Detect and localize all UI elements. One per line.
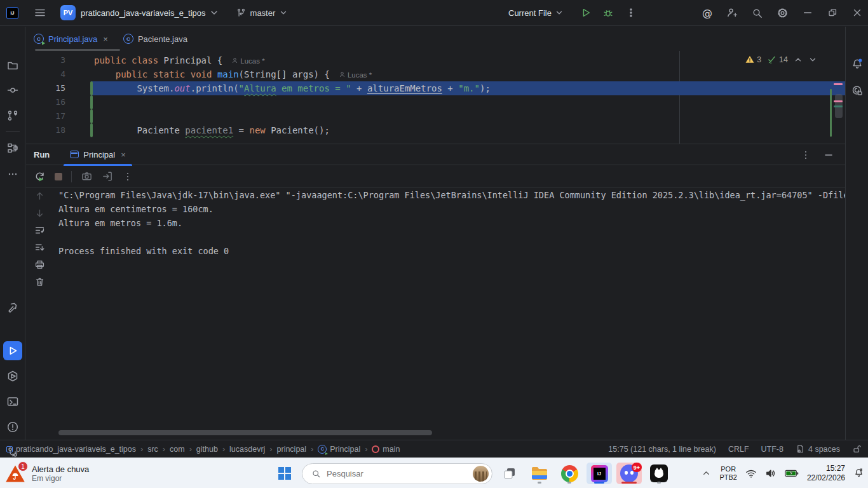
structure-toolwindow-button[interactable]	[3, 139, 22, 158]
search-highlight-image[interactable]	[473, 466, 489, 482]
breadcrumb-item-praticando_java-variaveis_e_tipos[interactable]: praticando_java-variaveis_e_tipos	[6, 445, 136, 454]
debug-button[interactable]	[602, 7, 614, 18]
run-header-more-button[interactable]	[801, 150, 811, 160]
add-user-button[interactable]	[726, 7, 738, 19]
next-issue-button[interactable]	[808, 55, 817, 64]
code-line-3[interactable]: 3public class Principal {Lucas *	[26, 53, 845, 67]
import-results-button[interactable]	[102, 170, 114, 182]
volume-icon[interactable]	[765, 468, 776, 478]
search-input[interactable]	[327, 469, 467, 478]
code-line-15[interactable]: 15 System.out.println("Altura em metros …	[26, 81, 845, 95]
language-switcher[interactable]: POR PTB2	[719, 465, 737, 482]
thread-dump-camera-button[interactable]	[81, 170, 93, 182]
breadcrumb-item-com[interactable]: com	[170, 445, 185, 454]
soft-wrap-button[interactable]	[34, 225, 45, 236]
code-line-17[interactable]: 17	[26, 109, 845, 123]
line-number[interactable]: 4	[26, 67, 65, 81]
pull-requests-toolwindow-button[interactable]	[3, 106, 22, 125]
run-toolbar-more-button[interactable]	[123, 172, 133, 182]
chevron-down-icon[interactable]	[209, 8, 219, 18]
caret-position-widget[interactable]: 15:75 (121 chars, 1 line break)	[608, 445, 716, 454]
code-line-4[interactable]: 4 public static void main(String[] args)…	[26, 67, 845, 81]
code-line-16[interactable]: 16	[26, 95, 845, 109]
ai-assistant-icon[interactable]: @	[702, 7, 712, 19]
services-toolwindow-button[interactable]	[3, 367, 22, 386]
unlock-icon[interactable]	[852, 444, 862, 454]
wifi-icon[interactable]	[745, 468, 757, 478]
github-desktop-button[interactable]	[646, 463, 672, 484]
line-number[interactable]: 15	[26, 81, 65, 95]
start-button[interactable]	[272, 463, 297, 484]
hide-toolwindow-button[interactable]	[824, 150, 834, 160]
chevron-down-icon[interactable]	[555, 8, 564, 17]
breadcrumb-item-src[interactable]: src	[147, 445, 158, 454]
stripe-info-mark[interactable]	[834, 105, 843, 107]
code-editor[interactable]: 3public class Principal {Lucas *4 public…	[26, 51, 845, 144]
chrome-button[interactable]	[557, 463, 582, 484]
ai-assistant-toolwindow-button[interactable]	[848, 81, 867, 100]
project-avatar[interactable]: PV	[60, 5, 76, 20]
stripe-warning-mark[interactable]	[834, 83, 843, 85]
battery-icon[interactable]	[785, 469, 799, 478]
warnings-count-widget[interactable]: 3	[745, 55, 761, 64]
more-toolwindows-button[interactable]	[3, 165, 22, 184]
intellij-taskbar-button[interactable]: IJ	[587, 463, 612, 484]
breadcrumb-item-Principal[interactable]: CPrincipal	[318, 445, 360, 454]
notifications-button[interactable]	[848, 55, 867, 74]
close-icon[interactable]: ×	[103, 34, 108, 44]
main-menu-button[interactable]	[31, 4, 49, 22]
file-explorer-button[interactable]	[527, 463, 552, 484]
clear-console-button[interactable]	[34, 276, 45, 287]
weather-widget[interactable]: 1 Alerta de chuva Em vigor	[5, 461, 132, 485]
indent-widget[interactable]: 4 spaces	[796, 444, 840, 454]
breadcrumb-item-principal[interactable]: principal	[277, 445, 307, 454]
taskbar-search[interactable]	[302, 463, 492, 484]
tab-principal-java[interactable]: C Principal.java ×	[26, 27, 116, 51]
prev-issue-button[interactable]	[794, 55, 803, 64]
code-author-hint[interactable]: Lucas *	[339, 71, 372, 79]
run-tab-principal[interactable]: Principal ×	[64, 144, 132, 165]
discord-button[interactable]: 9+	[616, 463, 642, 484]
console-horizontal-scrollbar[interactable]	[58, 430, 432, 435]
line-number[interactable]: 17	[26, 109, 65, 123]
code-line-18[interactable]: 18 Paciente paciente1 = new Paciente();	[26, 123, 845, 137]
search-button[interactable]	[751, 7, 763, 19]
prev-occurrence-button[interactable]	[34, 191, 45, 201]
change-marker[interactable]	[830, 89, 832, 137]
clock-widget[interactable]: 15:27 22/02/2026	[807, 464, 845, 483]
print-button[interactable]	[34, 259, 45, 270]
commit-toolwindow-button[interactable]	[3, 81, 22, 100]
project-name[interactable]: praticando_java-variaveis_e_tipos	[81, 8, 206, 18]
next-occurrence-button[interactable]	[34, 208, 45, 219]
stop-button[interactable]	[55, 173, 62, 180]
restore-button[interactable]	[827, 7, 838, 18]
tray-chevron-icon[interactable]	[702, 468, 711, 478]
inspections-widget[interactable]: 3 14	[745, 55, 817, 64]
minimize-button[interactable]	[802, 7, 813, 18]
run-button[interactable]	[580, 7, 592, 18]
breadcrumb-item-lucasdevrj[interactable]: lucasdevrj	[229, 445, 265, 454]
tab-paciente-java[interactable]: C Paciente.java	[116, 27, 195, 51]
line-separator-widget[interactable]: CRLF	[728, 445, 749, 454]
settings-button[interactable]	[776, 7, 789, 19]
close-icon[interactable]: ×	[121, 150, 126, 159]
encoding-widget[interactable]: UTF-8	[761, 445, 783, 454]
rerun-button[interactable]	[34, 170, 46, 182]
run-toolwindow-title[interactable]: Run	[34, 150, 50, 159]
scroll-to-end-button[interactable]	[34, 242, 45, 253]
focus-bell-icon[interactable]	[853, 468, 864, 478]
close-button[interactable]	[851, 7, 863, 18]
line-number[interactable]: 16	[26, 95, 65, 109]
line-number[interactable]: 3	[26, 53, 65, 67]
build-toolwindow-button[interactable]	[3, 299, 22, 318]
breadcrumb-item-main[interactable]: main	[372, 445, 400, 454]
run-configuration-selector[interactable]: Current File	[508, 8, 552, 18]
line-number[interactable]: 18	[26, 123, 65, 137]
typos-count-widget[interactable]: 14	[767, 55, 788, 64]
vcs-widget[interactable]: master	[236, 8, 288, 18]
problems-toolwindow-button[interactable]	[3, 417, 22, 437]
breadcrumb-item-github[interactable]: github	[196, 445, 218, 454]
stripe-warning-mark[interactable]	[834, 100, 843, 102]
task-view-button[interactable]	[497, 463, 522, 484]
terminal-toolwindow-button[interactable]	[3, 392, 22, 411]
